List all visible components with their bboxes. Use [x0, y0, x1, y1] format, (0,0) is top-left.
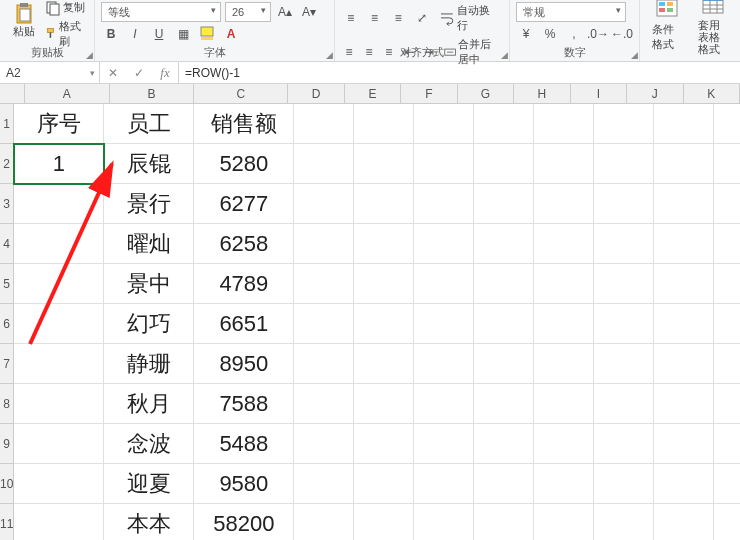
cancel-formula-button[interactable]: ✕ — [100, 62, 126, 83]
cell-G1[interactable] — [474, 104, 534, 144]
row-header-4[interactable]: 4 — [0, 224, 14, 264]
cell-A6[interactable] — [14, 304, 104, 344]
cell-B6[interactable]: 幻巧 — [104, 304, 194, 344]
cell-I8[interactable] — [594, 384, 654, 424]
cell-B10[interactable]: 迎夏 — [104, 464, 194, 504]
cell-J4[interactable] — [654, 224, 714, 264]
row-header-11[interactable]: 11 — [0, 504, 14, 540]
column-header-K[interactable]: K — [684, 84, 740, 104]
cell-K5[interactable] — [714, 264, 740, 304]
orientation-button[interactable]: ⤢ — [412, 8, 432, 28]
cell-E3[interactable] — [354, 184, 414, 224]
font-name-combo[interactable]: 等线 — [101, 2, 221, 22]
cell-G6[interactable] — [474, 304, 534, 344]
cell-G3[interactable] — [474, 184, 534, 224]
select-all-corner[interactable] — [0, 84, 25, 104]
cell-E2[interactable] — [354, 144, 414, 184]
cell-D5[interactable] — [294, 264, 354, 304]
cell-G10[interactable] — [474, 464, 534, 504]
cell-D1[interactable] — [294, 104, 354, 144]
cell-K8[interactable] — [714, 384, 740, 424]
cell-D10[interactable] — [294, 464, 354, 504]
cell-H11[interactable] — [534, 504, 594, 540]
cell-J10[interactable] — [654, 464, 714, 504]
cell-J2[interactable] — [654, 144, 714, 184]
cell-J11[interactable] — [654, 504, 714, 540]
row-header-7[interactable]: 7 — [0, 344, 14, 384]
underline-button[interactable]: U — [149, 24, 169, 44]
cell-B3[interactable]: 景行 — [104, 184, 194, 224]
cell-B1[interactable]: 员工 — [104, 104, 194, 144]
cell-I7[interactable] — [594, 344, 654, 384]
cell-H3[interactable] — [534, 184, 594, 224]
cell-I4[interactable] — [594, 224, 654, 264]
column-header-C[interactable]: C — [194, 84, 288, 104]
column-header-I[interactable]: I — [571, 84, 627, 104]
row-header-2[interactable]: 2 — [0, 144, 14, 184]
cell-J6[interactable] — [654, 304, 714, 344]
cell-C2[interactable]: 5280 — [194, 144, 294, 184]
bold-button[interactable]: B — [101, 24, 121, 44]
cell-D7[interactable] — [294, 344, 354, 384]
cell-D9[interactable] — [294, 424, 354, 464]
cell-H1[interactable] — [534, 104, 594, 144]
cell-C8[interactable]: 7588 — [194, 384, 294, 424]
cell-C7[interactable]: 8950 — [194, 344, 294, 384]
conditional-format-button[interactable]: 条件格式 — [646, 2, 688, 46]
cell-B11[interactable]: 本本 — [104, 504, 194, 540]
percent-button[interactable]: % — [540, 24, 560, 44]
cell-I11[interactable] — [594, 504, 654, 540]
insert-function-button[interactable]: fx — [152, 62, 178, 83]
cell-A4[interactable] — [14, 224, 104, 264]
cell-I2[interactable] — [594, 144, 654, 184]
cell-F9[interactable] — [414, 424, 474, 464]
cell-J8[interactable] — [654, 384, 714, 424]
cell-J7[interactable] — [654, 344, 714, 384]
cell-H6[interactable] — [534, 304, 594, 344]
cell-J5[interactable] — [654, 264, 714, 304]
cell-A3[interactable] — [14, 184, 104, 224]
cell-K11[interactable] — [714, 504, 740, 540]
cell-F2[interactable] — [414, 144, 474, 184]
column-header-D[interactable]: D — [288, 84, 344, 104]
row-header-1[interactable]: 1 — [0, 104, 14, 144]
row-header-5[interactable]: 5 — [0, 264, 14, 304]
cell-K1[interactable] — [714, 104, 740, 144]
column-header-B[interactable]: B — [110, 84, 195, 104]
cell-B4[interactable]: 曜灿 — [104, 224, 194, 264]
cell-G2[interactable] — [474, 144, 534, 184]
number-format-combo[interactable]: 常规 — [516, 2, 626, 22]
cell-C11[interactable]: 58200 — [194, 504, 294, 540]
cell-B7[interactable]: 静珊 — [104, 344, 194, 384]
row-header-8[interactable]: 8 — [0, 384, 14, 424]
column-header-E[interactable]: E — [345, 84, 401, 104]
cell-B9[interactable]: 念波 — [104, 424, 194, 464]
row-header-6[interactable]: 6 — [0, 304, 14, 344]
cell-F5[interactable] — [414, 264, 474, 304]
cell-D8[interactable] — [294, 384, 354, 424]
cell-E6[interactable] — [354, 304, 414, 344]
cell-I9[interactable] — [594, 424, 654, 464]
cell-E1[interactable] — [354, 104, 414, 144]
fill-color-button[interactable] — [197, 24, 217, 44]
cell-D11[interactable] — [294, 504, 354, 540]
cell-A1[interactable]: 序号 — [14, 104, 104, 144]
column-header-J[interactable]: J — [627, 84, 683, 104]
cell-G4[interactable] — [474, 224, 534, 264]
cell-A11[interactable] — [14, 504, 104, 540]
fill-handle[interactable] — [100, 180, 104, 184]
border-button[interactable]: ▦ — [173, 24, 193, 44]
cell-J3[interactable] — [654, 184, 714, 224]
cell-H2[interactable] — [534, 144, 594, 184]
cell-I1[interactable] — [594, 104, 654, 144]
cell-K10[interactable] — [714, 464, 740, 504]
cell-C3[interactable]: 6277 — [194, 184, 294, 224]
cell-G9[interactable] — [474, 424, 534, 464]
clipboard-launcher[interactable]: ◢ — [86, 50, 93, 60]
cell-G7[interactable] — [474, 344, 534, 384]
font-size-combo[interactable]: 26 — [225, 2, 271, 22]
cell-C6[interactable]: 6651 — [194, 304, 294, 344]
cell-E7[interactable] — [354, 344, 414, 384]
cell-A5[interactable] — [14, 264, 104, 304]
cell-F7[interactable] — [414, 344, 474, 384]
